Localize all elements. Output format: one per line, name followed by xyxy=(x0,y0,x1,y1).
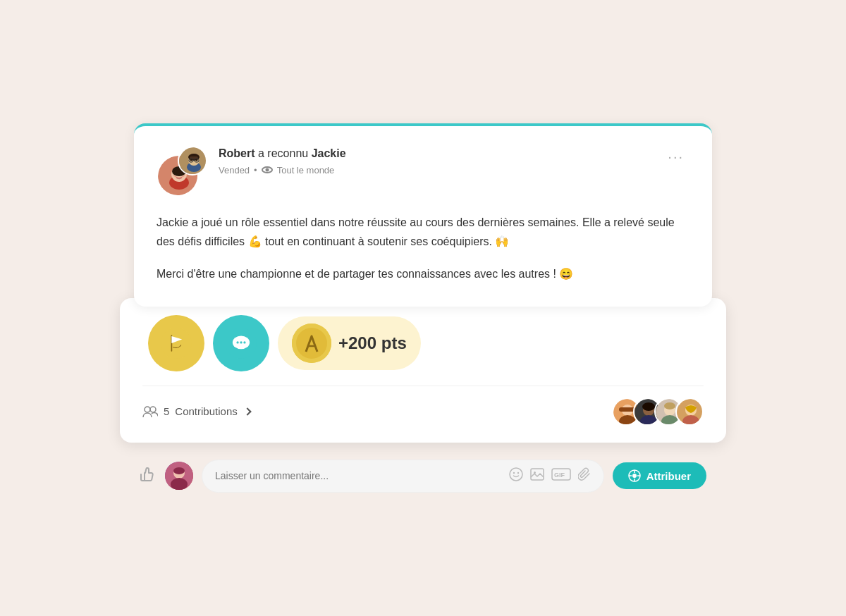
svg-point-27 xyxy=(150,407,156,412)
svg-rect-50 xyxy=(531,469,544,480)
post-title: Robert a reconnu Jackie xyxy=(219,146,651,161)
attribuer-icon xyxy=(628,469,641,482)
post-body-paragraph-1: Jackie a joué un rôle essentiel dans not… xyxy=(157,214,689,251)
attachment-icon[interactable] xyxy=(578,467,591,484)
reward-card: +200 pts 5 Contributions xyxy=(120,298,726,443)
contributions-label: Contributions xyxy=(175,405,237,417)
svg-point-47 xyxy=(510,468,522,481)
contributions-count: 5 xyxy=(164,405,169,417)
attribuer-label: Attribuer xyxy=(646,470,691,482)
visibility-label: Tout le monde xyxy=(277,165,335,175)
comment-input-area[interactable]: GIF xyxy=(202,460,604,493)
thumbsup-icon xyxy=(140,465,157,482)
reward-icons: +200 pts xyxy=(142,315,704,371)
svg-point-11 xyxy=(190,159,192,161)
people-icon xyxy=(142,405,158,418)
svg-point-21 xyxy=(240,341,242,343)
avatar-robert xyxy=(178,146,207,175)
svg-point-48 xyxy=(513,472,514,473)
post-card: Robert a reconnu Jackie Vended • Tout le… xyxy=(134,123,712,306)
svg-point-4 xyxy=(174,172,177,175)
svg-point-20 xyxy=(236,341,238,343)
attribuer-button[interactable]: Attribuer xyxy=(613,462,706,489)
points-display: +200 pts xyxy=(338,333,407,353)
action-text: a reconnu xyxy=(258,147,308,159)
svg-point-49 xyxy=(517,472,518,473)
svg-point-55 xyxy=(632,474,637,478)
coin-badge xyxy=(292,324,331,363)
post-header: Robert a reconnu Jackie Vended • Tout le… xyxy=(157,146,689,197)
post-body-paragraph-2: Merci d'être une championne et de partag… xyxy=(157,265,689,283)
chat-badge xyxy=(213,315,269,371)
commenter-avatar xyxy=(165,462,193,490)
like-button[interactable] xyxy=(140,465,157,486)
svg-point-12 xyxy=(196,159,198,161)
contributions-row: 5 Contributions xyxy=(142,386,704,426)
points-pill: +200 pts xyxy=(278,316,421,370)
dot-separator: • xyxy=(254,165,257,175)
svg-point-34 xyxy=(642,402,655,411)
post-subtitle: Vended • Tout le monde xyxy=(219,165,651,175)
gif-icon[interactable]: GIF xyxy=(551,468,571,483)
comment-input[interactable] xyxy=(215,470,501,481)
post-meta: Robert a reconnu Jackie Vended • Tout le… xyxy=(219,146,651,175)
svg-text:GIF: GIF xyxy=(554,472,565,479)
more-options-button[interactable]: ··· xyxy=(662,146,689,168)
source-label: Vended xyxy=(219,165,250,175)
svg-point-45 xyxy=(173,467,185,474)
author-name: Robert xyxy=(219,147,255,159)
input-icons: GIF xyxy=(509,467,591,485)
svg-point-24 xyxy=(296,328,327,359)
contributions-link[interactable]: 5 Contributions xyxy=(142,405,250,418)
svg-point-26 xyxy=(145,407,150,412)
contributor-avatars xyxy=(612,398,704,426)
post-body: Jackie a joué un rôle essentiel dans not… xyxy=(157,214,689,283)
flag-badge xyxy=(148,315,204,371)
recipient-name: Jackie xyxy=(312,147,346,159)
svg-point-16 xyxy=(161,328,192,359)
svg-point-22 xyxy=(243,341,245,343)
emoji-icon[interactable] xyxy=(509,467,523,485)
visibility-icon xyxy=(262,166,273,173)
chevron-right-icon xyxy=(243,407,251,415)
comment-bar: GIF Attribuer xyxy=(134,460,712,493)
contributor-avatar-4 xyxy=(675,398,704,426)
card-container: Robert a reconnu Jackie Vended • Tout le… xyxy=(134,123,712,492)
avatar-stack xyxy=(157,146,207,197)
image-icon[interactable] xyxy=(530,468,544,483)
